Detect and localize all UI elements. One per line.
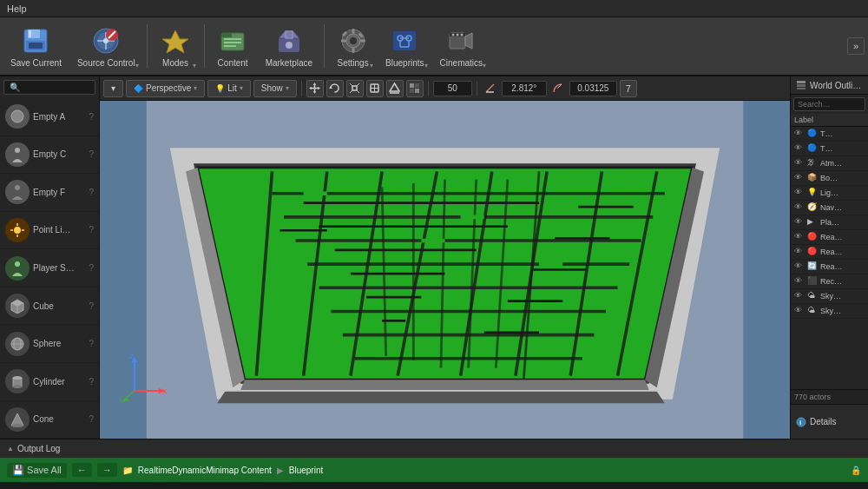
eye-icon-rea1[interactable]: 👁 [794, 232, 805, 242]
grid-icon-btn[interactable] [406, 80, 424, 97]
sidebar-item-point-light[interactable]: Point Li… ? [0, 212, 99, 250]
outliner-item-sky2[interactable]: 👁 🌤 Sky… [791, 304, 868, 319]
viewport[interactable]: Z X Y [100, 101, 790, 439]
eye-icon-pla[interactable]: 👁 [794, 217, 805, 228]
sidebar-item-player-start-help[interactable]: ? [89, 263, 94, 273]
angle-input[interactable] [502, 81, 547, 96]
sidebar-item-empty-a[interactable]: Empty A ? [0, 98, 99, 136]
outliner-item-rea2[interactable]: 👁 🔴 Rea… [791, 245, 868, 260]
translate-icon-btn[interactable] [306, 80, 324, 97]
eye-icon-sky1[interactable]: 👁 [794, 291, 805, 301]
surface-snap-btn[interactable] [386, 80, 404, 97]
save-current-icon [20, 25, 51, 56]
sidebar-item-cone-help[interactable]: ? [89, 414, 94, 424]
cone-icon [5, 407, 30, 432]
toolbar-cinematics[interactable]: Cinematics [433, 21, 490, 71]
output-log-label: Output Log [17, 444, 60, 453]
eye-icon-t1[interactable]: 👁 [794, 129, 805, 139]
sidebar-item-cube[interactable]: Cube ? [0, 287, 99, 326]
svg-rect-2 [29, 30, 31, 37]
eye-icon-nav[interactable]: 👁 [794, 202, 805, 213]
outliner-item-sky1[interactable]: 👁 🌤 Sky… [791, 289, 868, 304]
toolbar-expand[interactable]: » [847, 37, 865, 55]
outliner-item-t2[interactable]: 👁 🔵 T… [791, 142, 868, 156]
toolbar-save-current[interactable]: Save Current [3, 21, 69, 71]
show-arrow: ▾ [286, 84, 289, 92]
outliner-item-nav[interactable]: 👁 🧭 Nav… [791, 201, 868, 215]
toolbar-source-control[interactable]: Source Control [70, 21, 142, 71]
sidebar-item-empty-f-help[interactable]: ? [89, 188, 94, 197]
outliner-item-t1[interactable]: 👁 🔵 T… [791, 127, 868, 142]
eye-icon-lig[interactable]: 👁 [794, 188, 805, 198]
svg-rect-77 [410, 83, 414, 88]
outliner-item-atm[interactable]: 👁 🌫 Atm… [791, 156, 868, 171]
eye-icon-rec[interactable]: 👁 [794, 276, 805, 287]
nav-back-button[interactable]: ← [72, 463, 92, 477]
eye-icon-atm[interactable]: 👁 [794, 158, 805, 169]
breadcrumb-root[interactable]: RealtimeDynamicMinimap Content [138, 466, 272, 475]
outliner-item-rea3[interactable]: 👁 🔄 Rea… [791, 260, 868, 274]
toolbar-content[interactable]: Content [209, 21, 257, 71]
sidebar-item-cone[interactable]: Cone ? [0, 401, 99, 439]
outliner-label-rea3: Rea… [820, 262, 843, 271]
transform-space-btn[interactable] [366, 80, 384, 97]
svg-point-39 [452, 33, 455, 36]
eye-icon-rea3[interactable]: 👁 [794, 261, 805, 272]
sidebar-item-empty-f[interactable]: Empty F ? [0, 174, 99, 212]
content-icon [217, 25, 248, 56]
sidebar-item-player-start[interactable]: Player S… ? [0, 249, 99, 287]
svg-marker-128 [217, 392, 665, 404]
outliner-item-lig[interactable]: 👁 💡 Lig… [791, 186, 868, 201]
svg-point-43 [15, 148, 20, 153]
outliner-item-pla[interactable]: 👁 ▶ Pla… [791, 215, 868, 230]
sidebar-search-input[interactable] [3, 80, 95, 95]
lit-btn[interactable]: 💡 Lit ▾ [207, 80, 251, 97]
sidebar-item-cylinder-help[interactable]: ? [89, 377, 94, 387]
toolbar-marketplace[interactable]: Marketplace [259, 21, 319, 71]
toolbar-marketplace-label: Marketplace [266, 58, 312, 68]
grid-snap-input[interactable] [569, 81, 617, 96]
sidebar-item-empty-c-help[interactable]: ? [89, 149, 94, 159]
sidebar-item-cylinder[interactable]: Cylinder ? [0, 363, 99, 401]
sidebar-item-sphere[interactable]: Sphere ? [0, 325, 99, 363]
show-btn[interactable]: Show ▾ [253, 80, 297, 97]
outliner-label-rea2: Rea… [820, 248, 843, 256]
viewport-dropdown-btn[interactable]: ▾ [103, 80, 123, 97]
sidebar-item-empty-c-label: Empty C [33, 149, 87, 159]
output-log[interactable]: ▲ Output Log [0, 439, 868, 458]
breadcrumb-child[interactable]: Blueprint [289, 466, 323, 475]
sidebar-item-point-light-help[interactable]: ? [89, 225, 94, 235]
sidebar-item-cube-help[interactable]: ? [89, 301, 94, 311]
outliner-item-rea1[interactable]: 👁 🔴 Rea… [791, 230, 868, 245]
svg-point-18 [286, 42, 293, 49]
sidebar-item-sphere-help[interactable]: ? [89, 339, 94, 348]
eye-icon-bo[interactable]: 👁 [794, 173, 805, 183]
save-all-icon: 💾 [12, 465, 24, 475]
sidebar-item-empty-a-label: Empty A [33, 112, 87, 122]
perspective-btn[interactable]: 🔷 Perspective ▾ [126, 80, 205, 97]
num-input-btn[interactable]: 7 [620, 80, 637, 97]
sidebar-item-point-light-label: Point Li… [33, 225, 87, 235]
eye-icon-sky2[interactable]: 👁 [794, 306, 805, 316]
toolbar-modes[interactable]: Modes [152, 21, 200, 71]
outliner-item-rec[interactable]: 👁 ⬛ Rec… [791, 274, 868, 289]
sidebar-item-empty-a-help[interactable]: ? [89, 112, 94, 122]
nav-forward-button[interactable]: → [97, 463, 117, 477]
fov-input[interactable] [433, 81, 472, 96]
sidebar-item-empty-c[interactable]: Empty C ? [0, 136, 99, 175]
toolbar-blueprints[interactable]: Blueprints [378, 21, 431, 71]
world-outliner-title: World Outli… [810, 81, 861, 90]
save-all-button[interactable]: 💾 Save All [7, 463, 67, 478]
eye-icon-t2[interactable]: 👁 [794, 143, 805, 154]
svg-rect-25 [341, 39, 346, 42]
menu-help[interactable]: Help [7, 3, 27, 14]
outliner-search-input[interactable] [793, 97, 865, 111]
outliner-item-bo[interactable]: 👁 📦 Bo… [791, 171, 868, 186]
toolbar-settings[interactable]: Settings [329, 21, 377, 71]
eye-icon-rea2[interactable]: 👁 [794, 247, 805, 257]
toolbar-save-current-label: Save Current [10, 58, 62, 68]
rotate-icon-btn[interactable] [326, 80, 344, 97]
svg-point-58 [13, 376, 22, 380]
scale-icon-btn[interactable] [346, 80, 364, 97]
toolbar-modes-label: Modes [162, 58, 188, 68]
